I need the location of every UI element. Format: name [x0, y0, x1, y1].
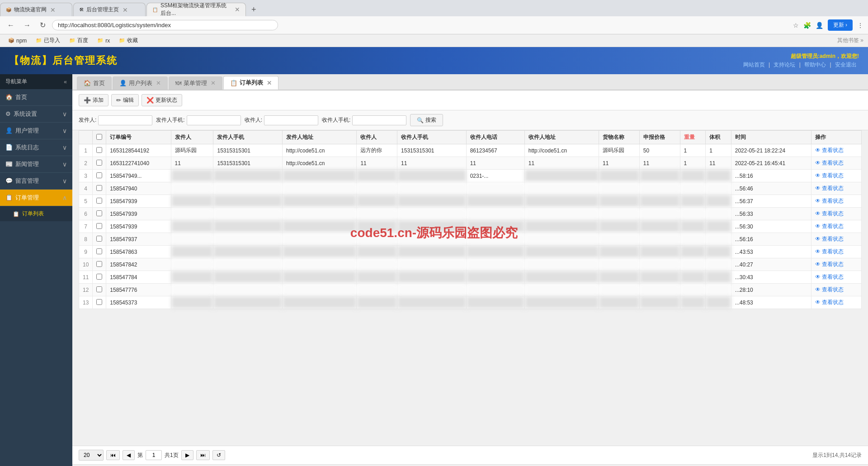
bookmark-baidu[interactable]: 📁百度: [66, 36, 92, 45]
edit-icon: ✏: [116, 97, 121, 104]
users-tab-close[interactable]: ✕: [156, 80, 161, 86]
first-page-button[interactable]: ⏮: [106, 450, 120, 460]
tab-icon-1: 📦: [6, 7, 11, 12]
menu-dots-icon[interactable]: ⋮: [857, 22, 863, 29]
home-tab-label: 首页: [93, 79, 105, 87]
receiver: ████: [357, 182, 397, 195]
th-sender: 发件人: [171, 131, 213, 144]
address-bar-input[interactable]: [52, 20, 278, 30]
select-all-checkbox[interactable]: [96, 134, 102, 140]
price: ███: [639, 182, 680, 195]
next-page-button[interactable]: ▶: [181, 450, 193, 460]
extension-icon[interactable]: 🧩: [803, 22, 811, 29]
row-checkbox: [93, 157, 106, 170]
view-status-btn[interactable]: 👁 查看状态: [815, 159, 858, 167]
tab-close-1[interactable]: ✕: [50, 6, 56, 14]
browser-tab-3[interactable]: 📋 SSM框架物流快递管理系统后台... ✕: [146, 3, 246, 16]
menu-tab-close[interactable]: ✕: [211, 80, 216, 86]
view-status-btn[interactable]: 👁 查看状态: [815, 248, 858, 256]
tab-close-3[interactable]: ✕: [235, 6, 240, 13]
view-status-btn[interactable]: 👁 查看状态: [815, 197, 858, 205]
update-button[interactable]: 更新 ›: [828, 19, 853, 31]
sidebar-item-syslog[interactable]: 📄系统日志 ∨: [0, 139, 72, 156]
receiver-phone-label: 收件人手机:: [322, 116, 350, 124]
tab-label-3: SSM框架物流快递管理系统后台...: [160, 2, 231, 17]
bookmark-rx[interactable]: 📁rx: [94, 37, 113, 45]
account-icon[interactable]: 👤: [816, 22, 823, 29]
receiver-field: 收件人:: [245, 115, 318, 125]
sender-input[interactable]: [98, 115, 152, 125]
content-tab-users[interactable]: 👤 用户列表 ✕: [113, 76, 168, 90]
receiver: 远方的你: [357, 144, 397, 157]
prev-page-button[interactable]: ◀: [123, 450, 135, 460]
edit-button[interactable]: ✏ 编辑: [111, 94, 139, 106]
refresh-button[interactable]: ↺: [212, 450, 225, 460]
back-button[interactable]: ←: [5, 20, 17, 30]
row-num: 5: [79, 195, 93, 208]
npm-icon: 📦: [8, 38, 14, 43]
orders-tab-close[interactable]: ✕: [267, 80, 272, 86]
forward-button[interactable]: →: [21, 20, 33, 30]
browser-tab-1[interactable]: 📦 物流快递官网 ✕: [0, 3, 72, 16]
bookmark-star-icon[interactable]: ☆: [793, 22, 799, 29]
sidebar-item-comments[interactable]: 💬留言管理 ∨: [0, 173, 72, 190]
bookmark-npm[interactable]: 📦npm: [5, 37, 30, 45]
order-no: 158547939: [106, 195, 171, 208]
time: 2022-05-21 18:22:24: [731, 144, 811, 157]
volume: 1: [706, 144, 731, 157]
weight: 1: [680, 157, 706, 170]
new-tab-button[interactable]: +: [247, 3, 261, 16]
add-button[interactable]: ➕ 添加: [79, 94, 108, 106]
tab-label-2: 后台管理主页: [86, 6, 119, 14]
view-status-btn[interactable]: 👁 查看状态: [815, 261, 858, 268]
tab-close-2[interactable]: ✕: [123, 6, 128, 14]
content-tab-menu[interactable]: 🍽 菜单管理 ✕: [169, 76, 222, 90]
view-status-btn[interactable]: 👁 查看状态: [815, 299, 858, 306]
action: 👁 查看状态: [811, 170, 862, 182]
order-list-icon: 📋: [13, 211, 19, 217]
view-status-btn[interactable]: 👁 查看状态: [815, 185, 858, 192]
sidebar-item-news[interactable]: 📰新闻管理 ∨: [0, 156, 72, 173]
header-link-forum[interactable]: 支持论坛: [774, 62, 795, 68]
search-icon: 🔍: [417, 117, 424, 124]
sidebar-collapse-button[interactable]: «: [64, 79, 67, 85]
price: ...: [639, 170, 680, 182]
receiver-input[interactable]: [264, 115, 318, 125]
update-status-button[interactable]: ❌ 更新状态: [142, 94, 182, 106]
more-bookmarks[interactable]: 其他书签 »: [837, 37, 863, 44]
last-page-button[interactable]: ⏭: [196, 450, 210, 460]
table-row: 6 158547939 ██████ ███████████ █████████…: [79, 208, 862, 220]
sidebar-submenu-order-list[interactable]: 📋 订单列表: [0, 206, 72, 222]
receiver-phone-input[interactable]: [352, 115, 406, 125]
sidebar-header-label: 导航菜单: [5, 78, 27, 86]
view-status-btn[interactable]: 👁 查看状态: [815, 172, 858, 180]
sidebar-item-users[interactable]: 👤用户管理 ∨: [0, 123, 72, 139]
header-link-home[interactable]: 网站首页: [743, 62, 765, 68]
header-link-help[interactable]: 帮助中心: [804, 62, 826, 68]
sidebar-item-orders[interactable]: 📋订单管理 ∧: [0, 190, 72, 206]
header-link-logout[interactable]: 安全退出: [835, 62, 857, 68]
reload-button[interactable]: ↻: [37, 20, 48, 30]
sidebar-item-home[interactable]: 🏠首页: [0, 89, 72, 106]
bookmark-favorites[interactable]: 📁收藏: [115, 36, 142, 45]
table-row: 10 158547842 ██████ ███████████ ████████…: [79, 258, 862, 271]
page-size-select[interactable]: 20 50 100: [79, 450, 104, 461]
row-checkbox: [93, 170, 106, 182]
view-status-btn[interactable]: 👁 查看状态: [815, 273, 858, 281]
sender-phone-input[interactable]: [187, 115, 241, 125]
view-status-btn[interactable]: 👁 查看状态: [815, 210, 858, 218]
view-status-btn[interactable]: 👁 查看状态: [815, 223, 858, 230]
view-status-btn[interactable]: 👁 查看状态: [815, 286, 858, 294]
browser-tab-2[interactable]: 🛠 后台管理主页 ✕: [73, 3, 146, 16]
view-status-btn[interactable]: 👁 查看状态: [815, 235, 858, 243]
sidebar-item-system[interactable]: ⚙系统设置 ∨: [0, 106, 72, 123]
bookmark-imported[interactable]: 📁已导入: [32, 36, 64, 45]
view-status-btn[interactable]: 👁 查看状态: [815, 147, 858, 154]
app-header: 【物流】后台管理系统 超级管理员:admin，欢迎您! 网站首页 | 支持论坛 …: [0, 47, 868, 74]
search-button[interactable]: 🔍 搜索: [410, 114, 443, 126]
content-tab-orders[interactable]: 📋 订单列表 ✕: [223, 76, 278, 90]
content-tab-home[interactable]: 🏠 首页: [77, 76, 112, 90]
admin-name: 超级管理员:admin，欢迎您!: [791, 53, 859, 59]
page-number-input[interactable]: [146, 450, 162, 460]
order-list-label: 订单列表: [22, 210, 44, 218]
